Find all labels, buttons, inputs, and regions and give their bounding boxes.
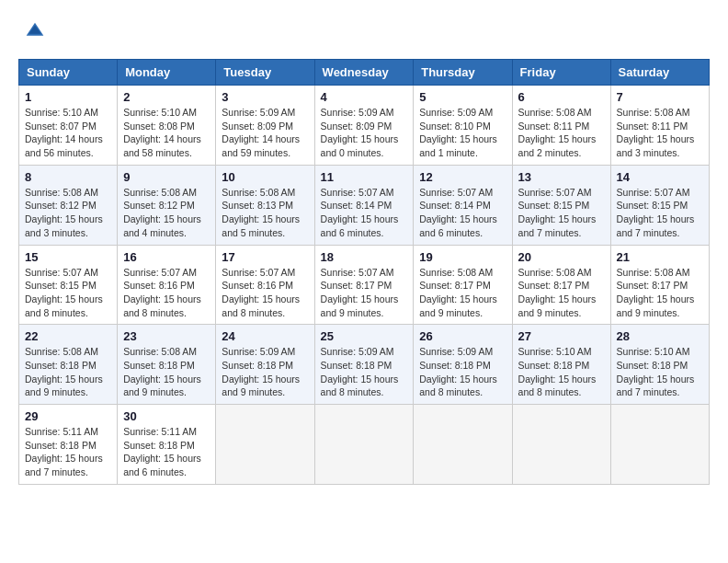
daylight-text: Daylight: 15 hours and 9 minutes.: [25, 373, 103, 398]
daylight-text: Daylight: 15 hours and 4 minutes.: [123, 213, 201, 238]
cell-content: Sunrise: 5:08 AM Sunset: 8:12 PM Dayligh…: [123, 186, 210, 240]
cell-content: Sunrise: 5:07 AM Sunset: 8:15 PM Dayligh…: [617, 186, 703, 240]
calendar-cell: 25 Sunrise: 5:09 AM Sunset: 8:18 PM Dayl…: [314, 325, 414, 405]
day-number: 18: [321, 250, 408, 264]
calendar-cell: 23 Sunrise: 5:08 AM Sunset: 8:18 PM Dayl…: [118, 325, 216, 405]
calendar-cell: 30 Sunrise: 5:11 AM Sunset: 8:18 PM Dayl…: [118, 405, 216, 485]
daylight-text: Daylight: 15 hours and 8 minutes.: [518, 373, 597, 398]
sunrise-text: Sunrise: 5:07 AM: [617, 187, 690, 198]
sunrise-text: Sunrise: 5:07 AM: [321, 187, 394, 198]
sunset-text: Sunset: 8:14 PM: [419, 200, 491, 211]
cell-content: Sunrise: 5:07 AM Sunset: 8:14 PM Dayligh…: [321, 186, 408, 240]
calendar-cell: 18 Sunrise: 5:07 AM Sunset: 8:17 PM Dayl…: [314, 245, 414, 325]
cell-content: Sunrise: 5:09 AM Sunset: 8:10 PM Dayligh…: [419, 106, 506, 160]
cell-content: Sunrise: 5:11 AM Sunset: 8:18 PM Dayligh…: [123, 425, 210, 479]
sunset-text: Sunset: 8:15 PM: [25, 280, 97, 291]
daylight-text: Daylight: 15 hours and 9 minutes.: [222, 373, 300, 398]
cell-content: Sunrise: 5:09 AM Sunset: 8:09 PM Dayligh…: [321, 106, 408, 160]
calendar-day-header: Friday: [512, 60, 610, 86]
sunset-text: Sunset: 8:11 PM: [617, 121, 688, 132]
sunset-text: Sunset: 8:18 PM: [518, 360, 590, 371]
daylight-text: Daylight: 15 hours and 7 minutes.: [25, 453, 103, 477]
cell-content: Sunrise: 5:09 AM Sunset: 8:09 PM Dayligh…: [222, 106, 308, 160]
calendar-cell: 3 Sunrise: 5:09 AM Sunset: 8:09 PM Dayli…: [216, 86, 314, 166]
calendar-cell: 27 Sunrise: 5:10 AM Sunset: 8:18 PM Dayl…: [512, 325, 610, 405]
daylight-text: Daylight: 15 hours and 3 minutes.: [25, 213, 103, 238]
daylight-text: Daylight: 15 hours and 9 minutes.: [518, 293, 597, 318]
sunrise-text: Sunrise: 5:07 AM: [321, 267, 394, 278]
sunrise-text: Sunrise: 5:09 AM: [419, 107, 493, 118]
sunset-text: Sunset: 8:15 PM: [617, 200, 688, 211]
day-number: 8: [25, 170, 111, 184]
day-number: 30: [123, 409, 210, 423]
sunset-text: Sunset: 8:12 PM: [123, 200, 195, 211]
cell-content: Sunrise: 5:10 AM Sunset: 8:18 PM Dayligh…: [518, 345, 605, 399]
calendar-cell: 22 Sunrise: 5:08 AM Sunset: 8:18 PM Dayl…: [19, 325, 118, 405]
daylight-text: Daylight: 15 hours and 7 minutes.: [518, 213, 597, 238]
calendar-cell: 17 Sunrise: 5:07 AM Sunset: 8:16 PM Dayl…: [216, 245, 314, 325]
sunrise-text: Sunrise: 5:10 AM: [617, 346, 690, 357]
day-number: 24: [222, 329, 308, 343]
day-number: 6: [518, 90, 605, 104]
day-number: 10: [222, 170, 308, 184]
calendar-cell: 8 Sunrise: 5:08 AM Sunset: 8:12 PM Dayli…: [19, 165, 118, 245]
daylight-text: Daylight: 14 hours and 59 minutes.: [222, 133, 300, 158]
cell-content: Sunrise: 5:09 AM Sunset: 8:18 PM Dayligh…: [222, 345, 308, 399]
cell-content: Sunrise: 5:10 AM Sunset: 8:07 PM Dayligh…: [25, 106, 111, 160]
sunset-text: Sunset: 8:18 PM: [123, 440, 195, 451]
day-number: 1: [25, 90, 111, 104]
sunrise-text: Sunrise: 5:08 AM: [25, 346, 98, 357]
cell-content: Sunrise: 5:08 AM Sunset: 8:18 PM Dayligh…: [25, 345, 111, 399]
sunset-text: Sunset: 8:11 PM: [518, 121, 590, 132]
sunrise-text: Sunrise: 5:08 AM: [617, 107, 690, 118]
daylight-text: Daylight: 15 hours and 8 minutes.: [419, 373, 497, 398]
calendar-day-header: Saturday: [610, 60, 709, 86]
daylight-text: Daylight: 15 hours and 5 minutes.: [222, 213, 300, 238]
cell-content: Sunrise: 5:08 AM Sunset: 8:13 PM Dayligh…: [222, 186, 308, 240]
daylight-text: Daylight: 15 hours and 1 minute.: [419, 133, 497, 158]
sunset-text: Sunset: 8:17 PM: [419, 280, 491, 291]
sunset-text: Sunset: 8:17 PM: [617, 280, 688, 291]
sunset-text: Sunset: 8:14 PM: [321, 200, 392, 211]
calendar-cell: [314, 405, 414, 485]
calendar-cell: [414, 405, 512, 485]
cell-content: Sunrise: 5:07 AM Sunset: 8:16 PM Dayligh…: [123, 266, 210, 320]
cell-content: Sunrise: 5:08 AM Sunset: 8:11 PM Dayligh…: [617, 106, 703, 160]
calendar-day-header: Sunday: [19, 60, 118, 86]
cell-content: Sunrise: 5:07 AM Sunset: 8:15 PM Dayligh…: [25, 266, 111, 320]
calendar-day-header: Wednesday: [314, 60, 414, 86]
cell-content: Sunrise: 5:07 AM Sunset: 8:14 PM Dayligh…: [419, 186, 506, 240]
day-number: 26: [419, 329, 506, 343]
daylight-text: Daylight: 15 hours and 6 minutes.: [123, 453, 201, 477]
sunrise-text: Sunrise: 5:07 AM: [222, 267, 295, 278]
sunrise-text: Sunrise: 5:08 AM: [518, 107, 592, 118]
day-number: 21: [617, 250, 703, 264]
day-number: 2: [123, 90, 210, 104]
daylight-text: Daylight: 15 hours and 3 minutes.: [617, 133, 695, 158]
calendar-week-row: 29 Sunrise: 5:11 AM Sunset: 8:18 PM Dayl…: [19, 405, 710, 485]
calendar-cell: 21 Sunrise: 5:08 AM Sunset: 8:17 PM Dayl…: [610, 245, 709, 325]
calendar-week-row: 8 Sunrise: 5:08 AM Sunset: 8:12 PM Dayli…: [19, 165, 710, 245]
sunrise-text: Sunrise: 5:07 AM: [123, 267, 197, 278]
calendar-cell: 2 Sunrise: 5:10 AM Sunset: 8:08 PM Dayli…: [118, 86, 216, 166]
daylight-text: Daylight: 15 hours and 6 minutes.: [321, 213, 399, 238]
day-number: 14: [617, 170, 703, 184]
calendar-cell: 26 Sunrise: 5:09 AM Sunset: 8:18 PM Dayl…: [414, 325, 512, 405]
daylight-text: Daylight: 15 hours and 7 minutes.: [617, 373, 695, 398]
sunset-text: Sunset: 8:17 PM: [518, 280, 590, 291]
calendar-cell: 15 Sunrise: 5:07 AM Sunset: 8:15 PM Dayl…: [19, 245, 118, 325]
calendar-cell: [512, 405, 610, 485]
calendar-day-header: Thursday: [414, 60, 512, 86]
calendar-day-header: Tuesday: [216, 60, 314, 86]
calendar-cell: 12 Sunrise: 5:07 AM Sunset: 8:14 PM Dayl…: [414, 165, 512, 245]
sunset-text: Sunset: 8:18 PM: [25, 440, 97, 451]
sunset-text: Sunset: 8:08 PM: [123, 121, 195, 132]
sunrise-text: Sunrise: 5:08 AM: [222, 187, 295, 198]
calendar-cell: 4 Sunrise: 5:09 AM Sunset: 8:09 PM Dayli…: [314, 86, 414, 166]
day-number: 7: [617, 90, 703, 104]
sunset-text: Sunset: 8:13 PM: [222, 200, 293, 211]
daylight-text: Daylight: 15 hours and 7 minutes.: [617, 213, 695, 238]
calendar-cell: 1 Sunrise: 5:10 AM Sunset: 8:07 PM Dayli…: [19, 86, 118, 166]
daylight-text: Daylight: 15 hours and 9 minutes.: [419, 293, 497, 318]
calendar-week-row: 15 Sunrise: 5:07 AM Sunset: 8:15 PM Dayl…: [19, 245, 710, 325]
